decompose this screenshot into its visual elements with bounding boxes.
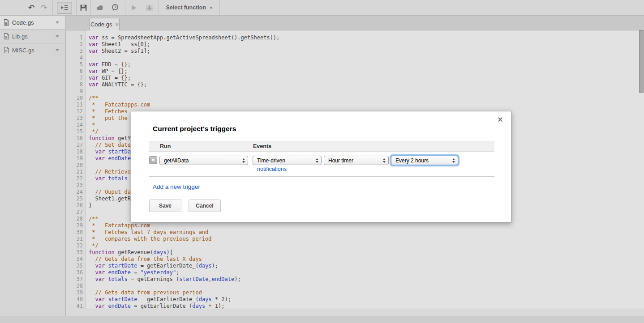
line-number: 15 (77, 128, 83, 135)
save-trigger-button[interactable]: Save (149, 200, 181, 212)
event-select-every-2-hours[interactable]: Every 2 hours (391, 156, 458, 165)
select-function-label: Select function (166, 4, 206, 11)
play-icon (131, 4, 137, 11)
file-menu-caret-icon[interactable] (56, 35, 59, 38)
line-number: 13 (77, 115, 83, 122)
code-line: * (89, 122, 95, 128)
line-number: 8 (80, 81, 83, 88)
code-line: */ (89, 128, 99, 135)
clock-icon (111, 4, 119, 12)
undo-button[interactable]: ↶ (25, 0, 38, 16)
line-number: 17 (77, 142, 83, 149)
code-line: // Gets data from the last X days (89, 256, 202, 263)
line-number: 20 (77, 162, 83, 169)
line-number: 35 (77, 263, 83, 269)
apps-script-editor: ↶ ↷ (0, 0, 644, 323)
code-line: /** (89, 95, 99, 102)
line-number: 31 (77, 236, 83, 242)
line-number: 23 (77, 182, 83, 189)
file-menu-caret-icon[interactable] (56, 21, 59, 24)
code-line: function getY (89, 135, 131, 142)
line-number: 2 (80, 41, 83, 48)
debug-button (140, 0, 159, 16)
redo-icon: ↷ (41, 4, 47, 12)
toolbar-separator (52, 0, 53, 16)
horizontal-scrollbar[interactable] (66, 309, 644, 316)
line-number: 6 (80, 68, 83, 75)
line-number: 21 (77, 169, 83, 175)
sidebar-file-lib-gs[interactable]: Lib.gs (0, 30, 65, 43)
file-name: Code.gs (12, 19, 34, 26)
code-line: var ANALYTIC = {}; (89, 81, 147, 88)
add-new-trigger-link[interactable]: Add a new trigger (153, 183, 200, 190)
notifications-link[interactable]: notifications (257, 166, 287, 172)
code-line: var totals = getEarnings_(startDate,endD… (89, 276, 241, 283)
code-line: var endDate (89, 155, 131, 162)
editor-tabbar: Code.gs × (66, 16, 644, 30)
file-menu-caret-icon[interactable] (56, 49, 59, 51)
tab-close-icon[interactable]: × (115, 21, 119, 27)
line-number: 12 (77, 108, 83, 115)
line-number: 37 (77, 276, 83, 283)
line-number: 40 (77, 296, 83, 303)
tab-label: Code.gs (90, 21, 112, 28)
tab-code-gs[interactable]: Code.gs × (90, 18, 120, 30)
select-stepper-icon (452, 158, 455, 163)
bug-icon (146, 4, 153, 11)
code-line: * Fetches last 7 days earnings and (89, 229, 208, 236)
select-stepper-icon (383, 158, 386, 163)
code-line: * compares with the previous period (89, 236, 212, 242)
code-line: * put the (89, 115, 131, 122)
vertical-scrollbar-thumb[interactable] (639, 30, 644, 93)
triggers-dialog: × Current project's triggers Run Events … (131, 111, 511, 223)
code-line: function getRevenue(days){ (89, 249, 173, 256)
line-number: 28 (77, 216, 83, 222)
sidebar-file-misc-gs[interactable]: MISC.gs (0, 43, 65, 57)
cancel-button[interactable]: Cancel (189, 200, 221, 212)
line-number: 34 (77, 256, 83, 263)
triggers-button[interactable] (108, 0, 122, 16)
trigger-table-header: Run Events (149, 141, 494, 152)
dialog-close-icon[interactable]: × (498, 115, 503, 124)
save-button[interactable] (77, 0, 90, 16)
select-stepper-icon (316, 158, 318, 163)
save-icon (80, 4, 87, 12)
event-select-hour-timer[interactable]: Hour timer (324, 156, 389, 165)
code-line: var startDa (89, 149, 131, 155)
line-number-gutter: 1234567891011121314151617181920212223242… (66, 30, 86, 309)
file-icon (4, 19, 9, 26)
code-line: } (89, 202, 92, 209)
code-line: var endDate = "yesterday"; (89, 269, 179, 276)
line-number: 4 (80, 55, 83, 61)
code-line: // Retrieve (89, 169, 131, 175)
run-function-select[interactable]: getAllData (159, 156, 248, 165)
line-number: 10 (77, 95, 83, 102)
code-line: var ss = SpreadsheetApp.getActiveSpreads… (89, 34, 279, 41)
line-number: 33 (77, 249, 83, 256)
indent-toggle-button[interactable] (57, 2, 72, 14)
line-number: 9 (80, 88, 83, 95)
select-value: Every 2 hours (395, 157, 429, 164)
line-number: 38 (77, 283, 83, 289)
line-number: 22 (77, 175, 83, 182)
code-line: // Gets data from previous period (89, 289, 202, 296)
code-line: * Fatcatapps.com (89, 222, 150, 229)
cloud-icon (95, 4, 105, 11)
status-bar (0, 316, 644, 323)
line-number: 24 (77, 189, 83, 196)
line-number: 1 (80, 34, 83, 41)
select-function-dropdown[interactable]: Select function ▾ (159, 0, 220, 16)
line-number: 14 (77, 122, 83, 128)
code-line: Sheet1.getR (89, 196, 131, 202)
deploy-button[interactable] (91, 0, 108, 16)
sidebar-file-code-gs[interactable]: Code.gs (0, 16, 65, 30)
select-stepper-icon (242, 158, 245, 163)
select-value: Time-driven (257, 157, 285, 164)
code-line: var EDD = {}; (89, 61, 131, 68)
row-separator (149, 176, 494, 177)
code-line: var WP = {}; (89, 68, 128, 75)
dialog-title: Current project's triggers (153, 125, 236, 133)
event-select-time-driven[interactable]: Time-driven (253, 156, 322, 165)
line-number: 7 (80, 75, 83, 81)
delete-trigger-button[interactable]: × (149, 156, 157, 164)
